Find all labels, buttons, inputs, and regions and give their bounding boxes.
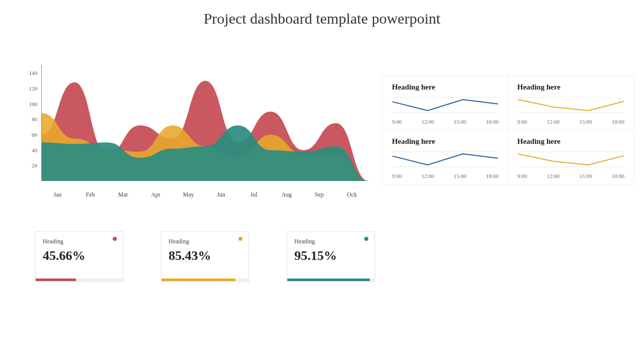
y-tick: 120	[29, 85, 38, 92]
y-tick: 60	[32, 132, 37, 138]
kpi-progress	[162, 279, 249, 281]
y-tick: 80	[32, 116, 37, 122]
kpi-dot-icon	[364, 237, 368, 241]
kpi-progress	[287, 279, 374, 281]
spark-time-tick: 9:00	[517, 173, 527, 179]
x-tick: Apr	[139, 191, 172, 199]
x-tick: Jan	[41, 191, 74, 199]
y-tick: 140	[29, 70, 38, 76]
x-tick: May	[172, 191, 205, 199]
sparkline-cell: Heading here 9:0012:0015:0018:00	[508, 130, 633, 185]
x-tick: Jul	[237, 191, 270, 199]
spark-time-tick: 15:00	[454, 119, 466, 125]
spark-heading: Heading here	[392, 83, 499, 92]
spark-time-tick: 12:00	[547, 119, 559, 125]
sparkline-chart	[517, 151, 624, 168]
spark-time-tick: 18:00	[612, 119, 624, 125]
x-axis: JanFebMarAprMayJunJulAugSepOck	[41, 191, 368, 199]
sparkline-cell: Heading here 9:0012:0015:0018:00	[508, 76, 633, 130]
spark-time-tick: 18:00	[486, 173, 499, 179]
main-area-chart: 14012010080604020 JanFebMarAprMayJunJulA…	[20, 65, 372, 206]
y-axis: 14012010080604020	[20, 65, 41, 181]
sparkline-chart	[392, 97, 499, 114]
x-tick: Sep	[303, 191, 336, 199]
kpi-value: 85.43%	[169, 248, 242, 263]
spark-time-tick: 15:00	[454, 173, 466, 179]
kpi-label: Heading	[169, 238, 242, 245]
spark-time-tick: 9:00	[392, 173, 402, 179]
spark-times: 9:0012:0015:0018:00	[392, 119, 499, 125]
kpi-card: Heading 95.15%	[287, 231, 375, 282]
y-tick: 40	[32, 147, 37, 153]
spark-time-tick: 12:00	[422, 119, 434, 125]
x-tick: Jun	[205, 191, 237, 199]
spark-times: 9:0012:0015:0018:00	[517, 119, 624, 125]
plot-area	[41, 65, 368, 181]
sparkline-chart	[392, 151, 499, 168]
spark-time-tick: 15:00	[579, 119, 592, 125]
x-tick: Aug	[270, 191, 303, 199]
spark-heading: Heading here	[517, 137, 624, 146]
kpi-card: Heading 85.43%	[161, 231, 249, 282]
kpi-value: 45.66%	[43, 248, 116, 263]
kpi-label: Heading	[294, 238, 367, 245]
spark-heading: Heading here	[517, 83, 624, 92]
sparkline-cell: Heading here 9:0012:0015:0018:00	[383, 76, 508, 130]
x-tick: Feb	[74, 191, 107, 199]
spark-time-tick: 12:00	[422, 173, 434, 179]
kpi-card: Heading 45.66%	[35, 231, 123, 282]
page-title: Project dashboard template powerpoint	[0, 0, 644, 27]
y-tick: 20	[32, 162, 37, 168]
sparkline-grid: Heading here 9:0012:0015:0018:00 Heading…	[382, 75, 634, 185]
spark-times: 9:0012:0015:0018:00	[517, 173, 624, 179]
kpi-label: Heading	[43, 238, 116, 245]
spark-heading: Heading here	[392, 137, 499, 146]
kpi-row: Heading 45.66% Heading 85.43% Heading 95…	[35, 231, 375, 282]
spark-time-tick: 12:00	[547, 173, 559, 179]
spark-time-tick: 15:00	[579, 173, 592, 179]
kpi-dot-icon	[113, 237, 117, 241]
spark-time-tick: 9:00	[517, 119, 527, 125]
sparkline-chart	[517, 97, 624, 114]
spark-time-tick: 9:00	[392, 119, 402, 125]
spark-time-tick: 18:00	[612, 173, 624, 179]
x-tick: Mar	[107, 191, 139, 199]
kpi-value: 95.15%	[294, 248, 367, 263]
spark-time-tick: 18:00	[486, 119, 499, 125]
sparkline-cell: Heading here 9:0012:0015:0018:00	[383, 130, 508, 185]
spark-times: 9:0012:0015:0018:00	[392, 173, 499, 179]
y-tick: 100	[29, 101, 38, 107]
kpi-progress	[36, 279, 123, 281]
x-tick: Ock	[336, 191, 368, 199]
kpi-dot-icon	[238, 237, 243, 241]
